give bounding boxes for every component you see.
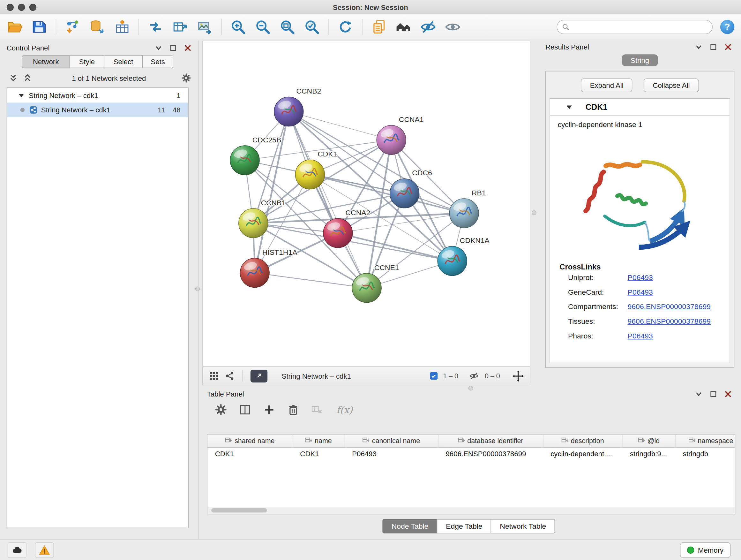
- export-image-icon[interactable]: [197, 19, 212, 35]
- column-header[interactable]: namespace: [675, 435, 735, 447]
- table-cell[interactable]: stringdb: [675, 447, 735, 460]
- expand-all-networks-icon[interactable]: [9, 73, 18, 83]
- help-icon[interactable]: ?: [720, 20, 734, 34]
- expand-all-button[interactable]: Expand All: [581, 78, 632, 92]
- collapse-all-networks-icon[interactable]: [23, 73, 32, 83]
- network-options-gear-icon[interactable]: [181, 73, 192, 83]
- search-field[interactable]: [556, 20, 713, 34]
- open-session-icon[interactable]: [7, 19, 23, 35]
- column-header[interactable]: description: [543, 435, 623, 447]
- show-annotations-icon[interactable]: [445, 19, 461, 35]
- left-splitter-handle[interactable]: [195, 287, 200, 291]
- horizontal-scrollbar[interactable]: [207, 507, 735, 514]
- crosslink-link[interactable]: P06493: [628, 273, 653, 282]
- network-node[interactable]: CDKN1A: [437, 236, 489, 275]
- crosslink-link[interactable]: 9606.ENSP00000378699: [628, 303, 711, 311]
- refresh-icon[interactable]: [337, 19, 353, 35]
- column-header[interactable]: database identifier: [438, 435, 543, 447]
- table-cell[interactable]: 9606.ENSP00000378699: [438, 447, 543, 460]
- collapse-protein-icon[interactable]: [566, 104, 572, 110]
- network-node[interactable]: CCNB2: [274, 87, 321, 126]
- right-splitter-handle[interactable]: [532, 210, 536, 215]
- network-edge[interactable]: [253, 193, 405, 223]
- memory-button[interactable]: Memory: [680, 543, 731, 558]
- copy-document-icon[interactable]: [371, 19, 387, 35]
- table-cell[interactable]: CDK1: [207, 447, 293, 460]
- network-canvas[interactable]: CCNB2CCNA1CDC25BCDK1CDC6RB1CCNB1CCNA2CDK…: [202, 41, 530, 366]
- network-collection-row[interactable]: String Network – cdk1 1: [7, 88, 188, 103]
- table-options-gear-icon[interactable]: [214, 403, 227, 416]
- tab-select[interactable]: Select: [105, 55, 143, 68]
- tab-node-table[interactable]: Node Table: [382, 519, 437, 533]
- minimize-window-icon[interactable]: [18, 4, 25, 11]
- tab-string[interactable]: String: [622, 54, 658, 66]
- column-header[interactable]: shared name: [207, 435, 293, 447]
- network-node[interactable]: HIST1H1A: [240, 248, 297, 287]
- collapse-panel-icon[interactable]: [694, 389, 703, 398]
- table-cell[interactable]: CDK1: [293, 447, 345, 460]
- import-network-database-icon[interactable]: [89, 19, 105, 35]
- float-panel-icon[interactable]: [709, 389, 718, 398]
- add-column-icon[interactable]: [263, 403, 275, 416]
- export-table-icon[interactable]: [172, 19, 188, 35]
- delete-column-icon[interactable]: [287, 403, 300, 416]
- selected-nodes-checkbox[interactable]: [430, 372, 437, 380]
- show-columns-icon[interactable]: [239, 403, 252, 416]
- zoom-in-icon[interactable]: [230, 19, 246, 35]
- open-in-new-window-button[interactable]: [251, 369, 267, 382]
- table-row[interactable]: CDK1CDK1P064939606.ENSP00000378699cyclin…: [207, 447, 735, 460]
- cloud-status-button[interactable]: [8, 543, 26, 558]
- collapse-panel-icon[interactable]: [154, 44, 163, 52]
- search-input[interactable]: [572, 23, 708, 31]
- network-node[interactable]: CDC25B: [230, 136, 281, 175]
- table-cell[interactable]: P06493: [345, 447, 438, 460]
- tab-network-table[interactable]: Network Table: [491, 519, 555, 533]
- zoom-fit-icon[interactable]: [279, 19, 295, 35]
- import-network-file-icon[interactable]: [65, 19, 81, 35]
- network-node[interactable]: CDK1: [295, 150, 337, 189]
- crosslink-link[interactable]: P06493: [628, 288, 653, 297]
- zoom-selected-icon[interactable]: [304, 19, 320, 35]
- network-node[interactable]: RB1: [449, 189, 486, 228]
- float-panel-icon[interactable]: [709, 43, 718, 51]
- close-panel-icon[interactable]: [724, 389, 732, 398]
- collapse-panel-icon[interactable]: [694, 43, 703, 51]
- homes-icon[interactable]: [395, 19, 411, 35]
- network-edge[interactable]: [255, 273, 367, 288]
- clone-network-icon[interactable]: [147, 19, 163, 35]
- window-controls[interactable]: [7, 4, 37, 11]
- save-session-icon[interactable]: [31, 19, 47, 35]
- network-node[interactable]: CCNA1: [377, 115, 423, 154]
- column-header[interactable]: canonical name: [345, 435, 438, 447]
- network-node[interactable]: CCNE1: [352, 263, 399, 303]
- crosslink-link[interactable]: P06493: [628, 332, 653, 341]
- close-panel-icon[interactable]: [724, 43, 732, 51]
- column-header[interactable]: name: [293, 435, 345, 447]
- table-cell[interactable]: stringdb:9...: [622, 447, 675, 460]
- network-edge[interactable]: [289, 111, 367, 288]
- birdseye-grid-icon[interactable]: [208, 371, 219, 381]
- float-panel-icon[interactable]: [169, 44, 178, 52]
- tab-network[interactable]: Network: [22, 55, 70, 68]
- tab-edge-table[interactable]: Edge Table: [437, 519, 491, 533]
- network-graph[interactable]: CCNB2CCNA1CDC25BCDK1CDC6RB1CCNB1CCNA2CDK…: [203, 41, 530, 366]
- pan-crosshair-icon[interactable]: [512, 370, 524, 382]
- tab-style[interactable]: Style: [70, 55, 105, 68]
- import-table-icon[interactable]: [114, 19, 130, 35]
- zoom-window-icon[interactable]: [29, 4, 37, 11]
- close-window-icon[interactable]: [7, 4, 14, 11]
- network-row-selected[interactable]: String Network – cdk1 11 48: [7, 103, 188, 117]
- column-header[interactable]: @id: [622, 435, 675, 447]
- warnings-button[interactable]: [35, 543, 54, 558]
- collapse-all-button[interactable]: Collapse All: [644, 78, 698, 92]
- hidden-elements-icon[interactable]: [469, 371, 479, 381]
- network-share-icon[interactable]: [224, 371, 235, 381]
- hide-annotations-icon[interactable]: [420, 19, 436, 35]
- close-panel-icon[interactable]: [184, 44, 192, 52]
- network-node[interactable]: CDC6: [390, 169, 432, 208]
- zoom-out-icon[interactable]: [255, 19, 271, 35]
- scrollbar-thumb[interactable]: [211, 508, 267, 512]
- table-cell[interactable]: cyclin-dependent ...: [543, 447, 623, 460]
- tab-sets[interactable]: Sets: [143, 55, 173, 68]
- expand-collection-icon[interactable]: [18, 92, 24, 98]
